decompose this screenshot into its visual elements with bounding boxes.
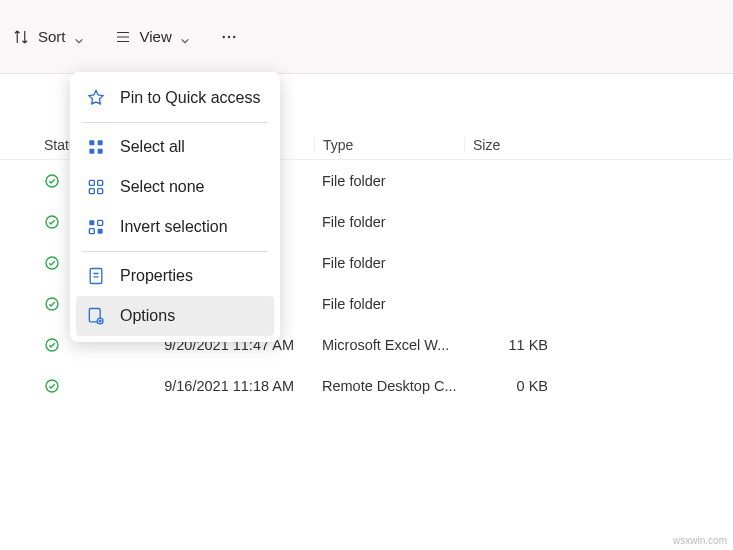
sort-button[interactable]: Sort [8, 22, 88, 52]
svg-point-5 [46, 257, 58, 269]
chevron-down-icon [180, 32, 190, 42]
sort-icon [12, 28, 30, 46]
svg-rect-15 [89, 189, 94, 194]
menu-pin-quick-access[interactable]: Pin to Quick access [76, 78, 274, 118]
svg-point-8 [46, 380, 58, 392]
svg-point-2 [233, 35, 235, 37]
options-icon [86, 306, 106, 326]
svg-point-4 [46, 216, 58, 228]
column-size[interactable]: Size [464, 137, 558, 153]
properties-icon [86, 266, 106, 286]
view-button[interactable]: View [110, 22, 194, 52]
menu-label: Pin to Quick access [120, 89, 261, 107]
cell-type: File folder [314, 255, 464, 271]
sort-label: Sort [38, 28, 66, 45]
svg-rect-20 [98, 229, 103, 234]
cell-date: 9/16/2021 11:18 AM [114, 378, 314, 394]
context-menu: Pin to Quick access Select all Select no… [70, 72, 280, 342]
menu-separator [82, 122, 268, 123]
column-type[interactable]: Type [314, 137, 464, 153]
view-icon [114, 28, 132, 46]
menu-label: Options [120, 307, 175, 325]
svg-rect-16 [98, 189, 103, 194]
menu-label: Properties [120, 267, 193, 285]
svg-rect-11 [89, 149, 94, 154]
menu-options[interactable]: Options [76, 296, 274, 336]
svg-rect-18 [98, 220, 103, 225]
cell-size: 0 KB [464, 378, 558, 394]
star-icon [86, 88, 106, 108]
svg-point-6 [46, 298, 58, 310]
svg-rect-12 [98, 149, 103, 154]
menu-invert-selection[interactable]: Invert selection [76, 207, 274, 247]
svg-rect-21 [90, 269, 102, 284]
svg-rect-19 [89, 229, 94, 234]
cell-type: File folder [314, 173, 464, 189]
chevron-down-icon [74, 32, 84, 42]
cell-size: 11 KB [464, 337, 558, 353]
cell-type: Microsoft Excel W... [314, 337, 464, 353]
svg-rect-9 [89, 140, 94, 145]
cell-type: File folder [314, 214, 464, 230]
invert-selection-icon [86, 217, 106, 237]
view-label: View [140, 28, 172, 45]
svg-point-7 [46, 339, 58, 351]
table-row[interactable]: 9/16/2021 11:18 AMRemote Desktop C...0 K… [0, 365, 733, 406]
svg-point-3 [46, 175, 58, 187]
cell-type: Remote Desktop C... [314, 378, 464, 394]
watermark: wsxwin.com [673, 535, 727, 546]
svg-rect-14 [98, 180, 103, 185]
svg-rect-17 [89, 220, 94, 225]
menu-select-none[interactable]: Select none [76, 167, 274, 207]
menu-label: Select all [120, 138, 185, 156]
more-button[interactable] [216, 22, 242, 52]
toolbar: Sort View [0, 0, 733, 74]
menu-properties[interactable]: Properties [76, 256, 274, 296]
svg-rect-13 [89, 180, 94, 185]
ellipsis-icon [220, 28, 238, 46]
select-all-icon [86, 137, 106, 157]
svg-rect-10 [98, 140, 103, 145]
cell-type: File folder [314, 296, 464, 312]
svg-point-1 [228, 35, 230, 37]
menu-label: Select none [120, 178, 205, 196]
menu-label: Invert selection [120, 218, 228, 236]
menu-select-all[interactable]: Select all [76, 127, 274, 167]
menu-separator [82, 251, 268, 252]
status-ok-icon [44, 378, 114, 394]
svg-point-0 [222, 35, 224, 37]
select-none-icon [86, 177, 106, 197]
